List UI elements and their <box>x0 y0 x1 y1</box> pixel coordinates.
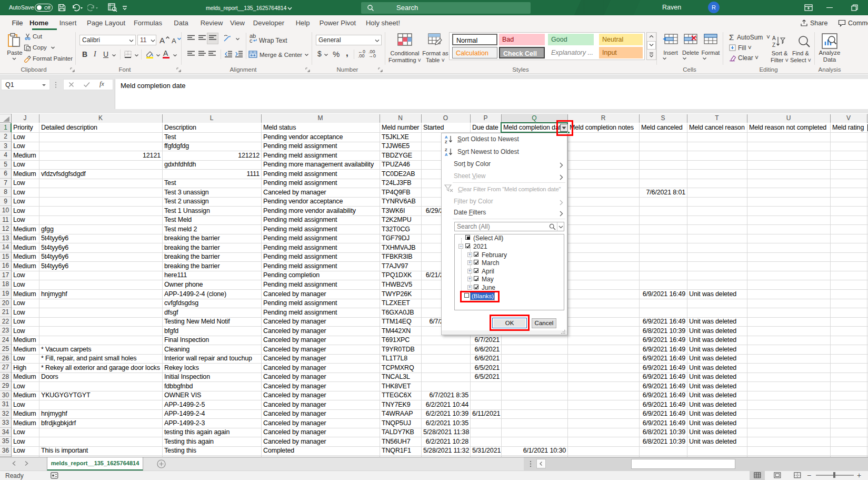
svg-text:Z: Z <box>772 42 775 48</box>
svg-text:A: A <box>445 152 448 156</box>
svg-text:A: A <box>772 35 776 41</box>
svg-text:A: A <box>445 135 448 140</box>
svg-text:Z: Z <box>445 148 447 152</box>
svg-text:A: A <box>172 37 176 44</box>
svg-text:Z: Z <box>445 140 447 144</box>
svg-text:A: A <box>159 36 165 44</box>
